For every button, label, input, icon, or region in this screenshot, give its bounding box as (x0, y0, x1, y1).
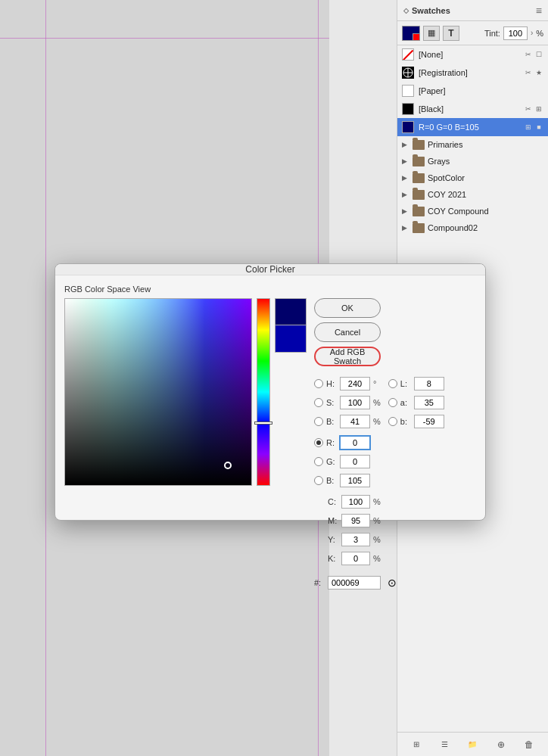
panel-title-area: ◇ Swatches (403, 6, 450, 15)
gradient-row (64, 298, 307, 486)
b-lab-input[interactable] (414, 415, 444, 428)
dialog-body: RGB Color Space View (55, 275, 485, 600)
gradient-black-overlay (65, 299, 251, 485)
left-section: RGB Color Space View (64, 285, 307, 591)
r-radio[interactable] (314, 438, 323, 447)
b-lab-row: b: (388, 413, 444, 430)
lab-inputs: L: a: b: (388, 375, 444, 430)
h-label: H: (326, 379, 337, 388)
folder-name-primaries: Primaries (428, 140, 462, 149)
l-row: L: (388, 375, 444, 392)
show-all-swatches-button[interactable]: ⊞ (408, 737, 425, 752)
folder-item-spotcolor[interactable]: ▶ SpotColor (397, 170, 548, 186)
k-input[interactable] (341, 552, 370, 565)
folder-arrow-compound02: ▶ (402, 224, 409, 232)
m-input[interactable] (341, 514, 370, 527)
guide-horizontal-1 (0, 38, 329, 39)
swatch-item-rgb-blue[interactable]: R=0 G=0 B=105 ⊞ ■ (397, 118, 548, 136)
b-radio[interactable] (314, 417, 323, 426)
panel-menu-button[interactable]: ≡ (536, 5, 542, 16)
swatch-item-none[interactable]: [None] ✂ ☐ (397, 45, 548, 64)
list-view-button[interactable]: ☰ (436, 737, 453, 752)
b-rgb-input[interactable] (340, 474, 370, 487)
swatch-item-black[interactable]: [Black] ✂ ⊞ (397, 100, 548, 118)
panel-title-arrow: ◇ (403, 7, 409, 14)
right-section: OK Cancel Add RGB Swatch H: ° S: (314, 285, 476, 591)
hue-slider-track[interactable] (257, 298, 270, 486)
r-row: R: (314, 434, 476, 451)
folder-arrow-primaries: ▶ (402, 141, 409, 148)
swatch-item-registration[interactable]: [Registration] ✂ ★ (397, 64, 548, 82)
scissors-icon-black: ✂ (524, 104, 533, 114)
g-input[interactable] (340, 455, 370, 468)
h-radio[interactable] (314, 379, 323, 388)
y-row: Y: % (328, 531, 476, 548)
swatch-color-rgb-blue (402, 121, 414, 133)
folder-item-grays[interactable]: ▶ Grays (397, 153, 548, 170)
gradient-type-button[interactable]: ▦ (423, 26, 440, 41)
swatch-icons-registration: ✂ ★ (524, 68, 543, 77)
new-group-button[interactable]: 📁 (464, 737, 481, 752)
swatch-item-paper[interactable]: [Paper] (397, 82, 548, 100)
panel-toolbar: ▦ T Tint: › % (397, 21, 548, 45)
delete-swatch-button[interactable]: 🗑 (521, 737, 537, 752)
hex-input[interactable] (328, 576, 381, 590)
hex-row: #: ⊙ (314, 574, 476, 591)
b-input[interactable] (340, 415, 370, 428)
folder-arrow-coy2021: ▶ (402, 191, 409, 198)
s-unit: % (373, 398, 381, 407)
dialog-title-text: Color Picker (245, 264, 294, 275)
swatch-color-paper (402, 85, 414, 97)
panel-footer: ⊞ ☰ 📁 ⊕ 🗑 (397, 732, 548, 756)
h-input[interactable] (340, 377, 370, 390)
eyedropper-button[interactable]: ⊙ (384, 574, 400, 591)
r-input[interactable] (340, 436, 370, 450)
ok-button[interactable]: OK (314, 298, 381, 318)
folder-arrow-coycompound: ▶ (402, 207, 409, 215)
scissors-icon-reg: ✂ (524, 68, 533, 77)
s-radio[interactable] (314, 398, 323, 407)
active-swatch-preview[interactable] (402, 26, 420, 41)
color-gradient-box[interactable] (64, 298, 252, 486)
tint-stepper[interactable]: › (531, 29, 533, 37)
dialog-titlebar: Color Picker (55, 264, 485, 275)
swatch-color-black (402, 103, 414, 115)
rgb-inputs: R: G: B: (314, 434, 476, 489)
l-radio[interactable] (388, 379, 397, 388)
text-swatch-button[interactable]: T (443, 26, 459, 41)
square-icon-rgb: ■ (534, 123, 543, 132)
folder-item-primaries[interactable]: ▶ Primaries (397, 136, 548, 153)
g-radio[interactable] (314, 457, 323, 466)
gradient-crosshair (224, 462, 232, 469)
folder-item-compound02[interactable]: ▶ Compound02 (397, 219, 548, 236)
h-row: H: ° (314, 375, 381, 392)
b-lab-radio[interactable] (388, 417, 397, 426)
g-label: G: (326, 457, 337, 466)
g-row: G: (314, 453, 476, 470)
b-lab-label: b: (400, 417, 411, 426)
tint-percent-label: % (536, 29, 543, 38)
b-rgb-radio[interactable] (314, 476, 323, 485)
swatch-icons-none: ✂ ☐ (524, 50, 543, 59)
l-label: L: (400, 379, 411, 388)
l-input[interactable] (414, 377, 444, 390)
s-input[interactable] (340, 396, 370, 409)
k-row: K: % (328, 550, 476, 567)
a-radio[interactable] (388, 398, 397, 407)
c-input[interactable] (341, 495, 370, 509)
folder-icon-coycompound (413, 207, 425, 216)
dialog-buttons: OK Cancel Add RGB Swatch (314, 298, 382, 366)
h-unit: ° (373, 379, 376, 388)
tint-input[interactable] (503, 26, 528, 40)
folder-item-coycompound[interactable]: ▶ COY Compound (397, 203, 548, 219)
cancel-button[interactable]: Cancel (314, 322, 381, 342)
add-rgb-swatch-button[interactable]: Add RGB Swatch (314, 347, 381, 366)
y-input[interactable] (341, 533, 370, 546)
a-input[interactable] (414, 396, 444, 409)
hue-slider-area[interactable] (257, 298, 270, 486)
swatch-name-none: [None] (419, 50, 519, 59)
grid-icon-rgb: ⊞ (524, 123, 533, 132)
a-label: a: (400, 398, 411, 407)
folder-item-coy2021[interactable]: ▶ COY 2021 (397, 186, 548, 203)
new-swatch-button[interactable]: ⊕ (493, 737, 509, 752)
